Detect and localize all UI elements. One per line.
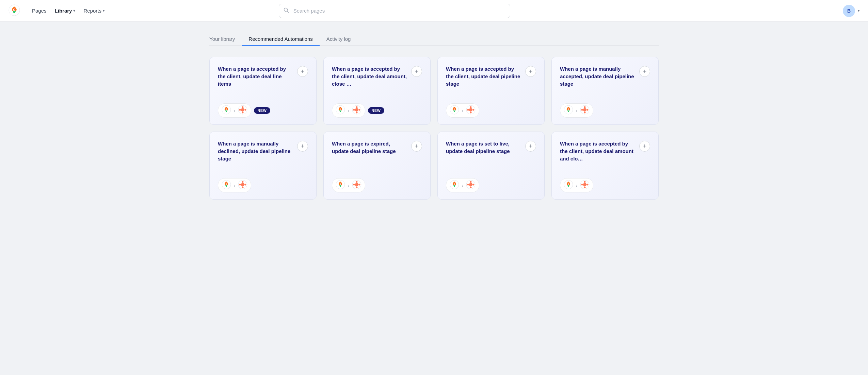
- svg-point-38: [583, 108, 586, 112]
- add-automation-button[interactable]: +: [639, 66, 650, 77]
- avatar[interactable]: B: [843, 5, 855, 17]
- svg-point-20: [359, 109, 360, 111]
- automation-card: When a page is accepted by the client, u…: [437, 57, 545, 125]
- card-header: When a page is manually declined, update…: [218, 140, 308, 162]
- svg-point-82: [583, 183, 586, 186]
- svg-point-6: [242, 106, 244, 108]
- svg-point-72: [470, 181, 472, 183]
- proposify-icon: [222, 180, 231, 191]
- proposify-icon: [564, 105, 573, 116]
- arrow-icon: ›: [462, 108, 463, 113]
- svg-point-73: [470, 187, 472, 188]
- hubspot-icon: [580, 180, 590, 191]
- card-title: When a page is accepted by the client, u…: [332, 65, 407, 87]
- add-automation-button[interactable]: +: [411, 141, 422, 152]
- hubspot-icon: [466, 180, 476, 191]
- header-right: B ▾: [843, 5, 860, 17]
- avatar-chevron-icon[interactable]: ▾: [858, 8, 860, 13]
- add-automation-button[interactable]: +: [525, 141, 536, 152]
- svg-point-31: [473, 109, 475, 111]
- svg-point-74: [467, 184, 469, 186]
- proposify-icon: [336, 105, 345, 116]
- hubspot-icon: [238, 180, 247, 191]
- card-footer: ›: [218, 178, 308, 192]
- arrow-icon: ›: [348, 183, 349, 188]
- card-title: When a page is accepted by the client, u…: [560, 140, 635, 162]
- add-automation-button[interactable]: +: [525, 66, 536, 77]
- add-automation-button[interactable]: +: [411, 66, 422, 77]
- svg-point-50: [242, 181, 244, 183]
- card-header: When a page is accepted by the client, u…: [218, 65, 308, 87]
- connector-pill: ›: [218, 178, 251, 192]
- add-automation-button[interactable]: +: [297, 141, 308, 152]
- svg-point-83: [584, 181, 586, 183]
- nav-reports[interactable]: Reports ▾: [80, 6, 108, 16]
- svg-point-5: [241, 108, 244, 112]
- tab-recommended-automations[interactable]: Recommended Automations: [242, 33, 319, 46]
- add-automation-button[interactable]: +: [639, 141, 650, 152]
- arrow-icon: ›: [234, 108, 235, 113]
- svg-point-62: [356, 187, 358, 188]
- card-title: When a page is expired, update deal pipe…: [332, 140, 407, 155]
- tab-activity-log[interactable]: Activity log: [320, 33, 358, 46]
- arrow-icon: ›: [576, 183, 577, 188]
- svg-point-52: [239, 184, 241, 186]
- search-input[interactable]: [279, 4, 510, 18]
- arrow-icon: ›: [576, 108, 577, 113]
- svg-line-2: [287, 11, 288, 12]
- card-footer: ›: [332, 178, 422, 192]
- nav-library[interactable]: Library ▾: [51, 6, 79, 16]
- logo[interactable]: [8, 4, 20, 18]
- arrow-icon: ›: [462, 183, 463, 188]
- hubspot-icon: [580, 105, 590, 116]
- card-footer: ›: [560, 178, 650, 192]
- search-bar: [279, 4, 510, 18]
- reports-chevron-icon: ▾: [103, 8, 105, 13]
- hubspot-icon: [238, 105, 247, 116]
- svg-point-9: [245, 109, 246, 111]
- automation-card: When a page is accepted by the client, u…: [323, 57, 431, 125]
- tabs-bar: Your library Recommended Automations Act…: [209, 33, 659, 46]
- svg-point-86: [587, 184, 589, 186]
- card-header: When a page is manually accepted, update…: [560, 65, 650, 87]
- svg-point-42: [587, 109, 589, 111]
- svg-point-30: [467, 109, 469, 111]
- proposify-icon: [564, 180, 573, 191]
- tab-your-library[interactable]: Your library: [209, 33, 242, 46]
- connector-pill: ›: [560, 178, 593, 192]
- svg-point-19: [353, 109, 355, 111]
- svg-point-75: [473, 184, 475, 186]
- card-header: When a page is set to live, update deal …: [446, 140, 536, 155]
- nav-pages[interactable]: Pages: [29, 6, 50, 16]
- svg-point-49: [241, 183, 244, 186]
- card-header: When a page is expired, update deal pipe…: [332, 140, 422, 155]
- card-title: When a page is accepted by the client, u…: [218, 65, 293, 87]
- add-automation-button[interactable]: +: [297, 66, 308, 77]
- svg-point-41: [581, 109, 583, 111]
- card-header: When a page is accepted by the client, u…: [332, 65, 422, 87]
- automation-card: When a page is manually declined, update…: [209, 132, 317, 200]
- library-chevron-icon: ▾: [73, 8, 75, 13]
- svg-point-8: [239, 109, 241, 111]
- new-badge: NEW: [368, 107, 384, 114]
- svg-point-29: [470, 112, 472, 114]
- card-header: When a page is accepted by the client, u…: [446, 65, 536, 87]
- card-title: When a page is accepted by the client, u…: [446, 65, 521, 87]
- svg-point-71: [469, 183, 472, 186]
- card-footer: › NEW: [332, 103, 422, 118]
- automation-card: When a page is manually accepted, update…: [551, 57, 659, 125]
- hubspot-icon: [352, 180, 361, 191]
- connector-pill: ›: [446, 103, 479, 118]
- connector-pill: ›: [446, 178, 479, 192]
- proposify-icon: [450, 105, 459, 116]
- card-title: When a page is manually declined, update…: [218, 140, 293, 162]
- proposify-icon: [450, 180, 459, 191]
- card-footer: › NEW: [218, 103, 308, 118]
- card-header: When a page is accepted by the client, u…: [560, 140, 650, 162]
- main-nav: Pages Library ▾ Reports ▾: [29, 6, 108, 16]
- card-footer: ›: [560, 103, 650, 118]
- app-header: Pages Library ▾ Reports ▾ B ▾: [0, 0, 868, 22]
- card-title: When a page is manually accepted, update…: [560, 65, 635, 87]
- svg-point-60: [355, 183, 358, 186]
- svg-point-27: [469, 108, 472, 112]
